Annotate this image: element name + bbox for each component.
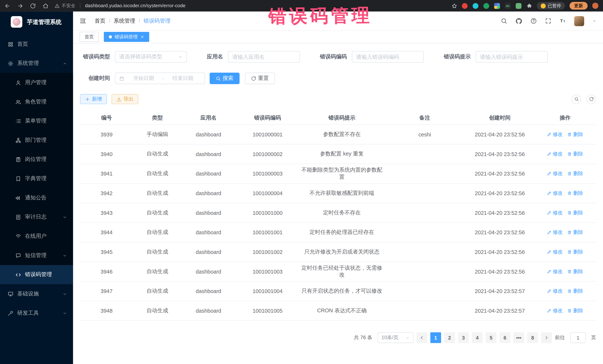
goto-label: 前往 (555, 334, 565, 341)
book-icon (15, 176, 21, 181)
browser-profile-avatar[interactable] (592, 3, 598, 9)
edit-icon (547, 210, 552, 215)
sidebar-item-org[interactable]: 部门管理 (0, 131, 73, 150)
sidebar-item-log[interactable]: 审计日志 (0, 207, 73, 227)
delete-button[interactable]: 删除 (567, 288, 583, 295)
update-button[interactable]: 更新 (570, 2, 588, 10)
sidebar-item-home[interactable]: 首页 (0, 35, 73, 54)
help-icon[interactable] (530, 18, 537, 24)
table-row: 3946 自动生成 dashboard 1001001003 定时任务已经处于该… (80, 262, 596, 282)
page-button[interactable]: ••• (513, 332, 524, 343)
extension-icon-teal[interactable] (472, 3, 478, 9)
edit-button[interactable]: 修改 (547, 151, 563, 157)
fullscreen-icon[interactable] (545, 18, 551, 24)
sidebar-item-gear[interactable]: 系统管理 (0, 54, 73, 73)
goto-page-input[interactable] (570, 332, 586, 343)
page-button[interactable]: 2 (444, 332, 455, 343)
page-button[interactable]: 4 (472, 332, 483, 343)
col-error-code: 错误码编码 (235, 114, 300, 121)
extensions-puzzle-icon[interactable] (526, 3, 532, 9)
app-name-input[interactable] (228, 51, 300, 63)
sidebar-item-megaphone[interactable]: 通知公告 (0, 188, 73, 208)
sidebar-item-users[interactable]: 角色管理 (0, 92, 73, 111)
user-avatar[interactable] (574, 16, 584, 26)
chevron-down-icon[interactable] (592, 19, 596, 23)
extension-icon-green2[interactable] (515, 3, 521, 9)
sidebar-item-code[interactable]: 错误码管理 (0, 265, 73, 284)
browser-home-icon[interactable] (43, 3, 48, 9)
delete-button[interactable]: 删除 (567, 249, 583, 255)
search-icon[interactable] (501, 18, 507, 24)
error-hint-input[interactable] (476, 51, 548, 63)
delete-button[interactable]: 删除 (567, 170, 583, 177)
sidebar-item-book[interactable]: 字典管理 (0, 169, 73, 188)
close-icon[interactable] (140, 35, 144, 39)
breadcrumb-system[interactable]: 系统管理 (114, 17, 135, 24)
edit-button[interactable]: 修改 (547, 307, 563, 314)
page-button[interactable]: 3 (458, 332, 469, 343)
sidebar-item-user[interactable]: 用户管理 (0, 73, 73, 92)
error-code-input[interactable] (352, 51, 424, 63)
back-icon[interactable] (5, 3, 10, 9)
edit-button[interactable]: 修改 (547, 249, 563, 255)
sidebar-item-infra[interactable]: 基础设施 (0, 284, 73, 304)
edit-button[interactable]: 修改 (547, 268, 563, 275)
edit-button[interactable]: 修改 (547, 131, 563, 138)
edit-button[interactable]: 修改 (547, 190, 563, 197)
edit-button[interactable]: 修改 (547, 170, 563, 177)
delete-button[interactable]: 删除 (567, 131, 583, 138)
reset-button[interactable]: 重置 (245, 73, 275, 84)
sidebar-item-menu-list[interactable]: 菜单管理 (0, 111, 73, 131)
reload-icon[interactable] (30, 3, 36, 9)
cell-id: 3945 (80, 249, 133, 255)
edit-button[interactable]: 修改 (547, 288, 563, 295)
page-button[interactable]: 8 (527, 332, 538, 343)
create-time-range-picker[interactable]: 开始日期 - 结束日期 (115, 73, 205, 84)
next-page-button[interactable] (541, 332, 552, 343)
page-button[interactable]: 1 (430, 332, 441, 343)
page-button[interactable]: 6 (499, 332, 510, 343)
export-button[interactable]: 导出 (112, 94, 139, 104)
sidebar-item-tools[interactable]: 研发工具 (0, 303, 73, 323)
security-status[interactable]: 不安全 (55, 2, 75, 9)
tab-home[interactable]: 首页 (80, 32, 99, 42)
extension-icon-on[interactable]: on (505, 3, 510, 9)
font-size-icon[interactable] (560, 18, 566, 24)
url-bar[interactable]: dashboard.yudao.iocoder.cn/system/error-… (85, 3, 186, 9)
cell-create-time: 2021-04-20 23:52:56 (465, 151, 534, 157)
edit-label: 修改 (553, 229, 563, 236)
sidebar-item-online[interactable]: 在线用户 (0, 227, 73, 246)
delete-button[interactable]: 删除 (567, 151, 583, 157)
forward-icon[interactable] (17, 3, 23, 9)
error-type-select[interactable]: 请选择错误码类型 (115, 51, 187, 63)
delete-button[interactable]: 删除 (567, 190, 583, 197)
menu-fold-icon[interactable] (80, 18, 86, 24)
delete-button[interactable]: 删除 (567, 210, 583, 216)
edit-button[interactable]: 修改 (547, 229, 563, 236)
refresh-table-button[interactable] (587, 94, 596, 104)
delete-button[interactable]: 删除 (567, 268, 583, 275)
extension-icon-red[interactable] (462, 3, 467, 9)
paused-badge[interactable]: 已暂停 (537, 2, 565, 10)
cell-id: 3941 (80, 170, 133, 177)
sidebar-item-label: 部门管理 (25, 137, 46, 144)
prev-page-button[interactable] (417, 332, 427, 343)
bookmark-star-icon[interactable] (451, 3, 457, 9)
search-button[interactable]: 搜索 (210, 73, 240, 84)
extension-icon-green[interactable] (483, 3, 489, 9)
toggle-search-button[interactable] (571, 94, 581, 104)
page-size-select[interactable]: 10条/页 (378, 332, 413, 343)
delete-button[interactable]: 删除 (567, 307, 583, 314)
table-row: 3939 手动编辑 dashboard 1001000001 参数配置不存在 c… (80, 125, 596, 144)
edit-button[interactable]: 修改 (547, 210, 563, 216)
add-button[interactable]: 新增 (80, 94, 107, 104)
github-icon[interactable] (515, 17, 522, 24)
extension-icon-grid[interactable] (494, 3, 500, 9)
breadcrumb-home[interactable]: 首页 (95, 17, 105, 24)
tab-error-code[interactable]: 错误码管理 (104, 32, 149, 42)
delete-button[interactable]: 删除 (567, 229, 583, 236)
sidebar-item-sms[interactable]: 短信管理 (0, 246, 73, 265)
app-logo[interactable]: 芋道管理系统 (0, 11, 73, 32)
sidebar-item-badge[interactable]: 岗位管理 (0, 150, 73, 169)
page-button[interactable]: 5 (486, 332, 497, 343)
